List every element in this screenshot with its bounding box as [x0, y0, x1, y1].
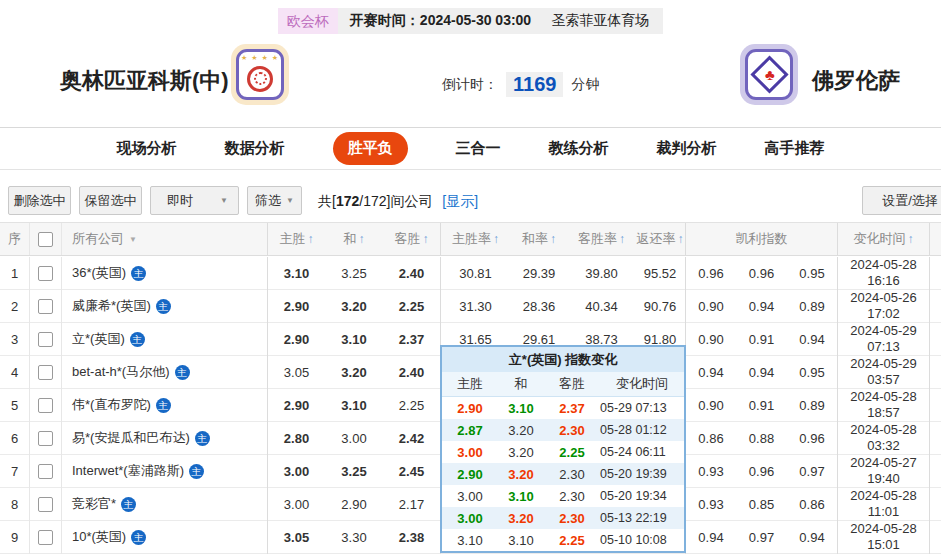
draw-odds: 2.90 — [325, 488, 383, 521]
popup-row: 3.00 3.20 2.25 05-24 06:11 — [442, 441, 684, 463]
nav-tab[interactable]: 数据分析 — [225, 139, 285, 158]
row-checkbox-cell — [30, 323, 62, 356]
company-cell[interactable]: 伟*(直布罗陀) 主 — [62, 389, 268, 422]
delete-selected-button[interactable]: 删除选中 — [8, 186, 71, 215]
company-cell[interactable]: bet-at-h*(马尔他) 主 — [62, 356, 268, 389]
extra-sliver-cell — [930, 422, 941, 455]
company-name: bet-at-h*(马尔他) — [72, 363, 170, 381]
sort-up-icon: ↑ — [423, 232, 429, 246]
popup-home-odds: 3.00 — [442, 485, 498, 507]
col-header-home-rate[interactable]: 主胜率↑ — [441, 223, 510, 255]
company-cell[interactable]: 竞彩官* 主 — [62, 488, 268, 521]
nav-tab[interactable]: 三合一 — [456, 139, 501, 158]
return-rate: 90.76 — [635, 290, 686, 323]
col-header-away-rate[interactable]: 客胜率↑ — [568, 223, 635, 255]
select-all-checkbox[interactable] — [38, 232, 53, 247]
table-row: 1 36*(英国) 主 3.10 3.25 2.40 30.81 29.39 3… — [0, 257, 941, 290]
company-name: 10*(英国) — [72, 528, 126, 546]
main-company-icon: 主 — [156, 299, 171, 314]
popup-away-odds: 2.30 — [544, 485, 600, 507]
change-time: 2024-05-29 03:57 — [838, 356, 930, 389]
row-checkbox[interactable] — [38, 398, 53, 413]
draw-odds: 3.25 — [325, 455, 383, 488]
popup-away-odds: 2.30 — [544, 507, 600, 529]
row-number: 9 — [0, 521, 30, 554]
home-team-name: 奥林匹亚科斯(中) — [60, 66, 229, 96]
main-company-icon: 主 — [130, 332, 145, 347]
row-checkbox[interactable] — [38, 332, 53, 347]
row-checkbox[interactable] — [38, 266, 53, 281]
main-company-icon: 主 — [189, 464, 204, 479]
row-checkbox[interactable] — [38, 497, 53, 512]
extra-sliver-cell — [930, 356, 941, 389]
popup-home-odds: 3.10 — [442, 529, 498, 551]
extra-sliver-cell — [930, 257, 941, 290]
draw-rate: 28.36 — [510, 290, 568, 323]
home-rate: 31.30 — [441, 290, 510, 323]
row-checkbox[interactable] — [38, 365, 53, 380]
col-header-change-time[interactable]: 变化时间↑ — [838, 223, 930, 255]
odds-mode-dropdown[interactable]: 即时 ▼ — [150, 186, 239, 215]
nav-tab[interactable]: 胜平负 — [333, 132, 408, 165]
fiorentina-crest-icon: ♣ — [750, 55, 788, 93]
return-rate: 95.52 — [635, 257, 686, 290]
league-badge: 欧会杯 — [278, 8, 338, 34]
company-cell[interactable]: 36*(英国) 主 — [62, 257, 268, 290]
change-time: 2024-05-28 18:57 — [838, 389, 930, 422]
main-company-icon: 主 — [131, 266, 146, 281]
row-checkbox[interactable] — [38, 530, 53, 545]
row-number: 2 — [0, 290, 30, 323]
away-odds: 2.37 — [383, 323, 441, 356]
home-odds: 3.05 — [268, 521, 325, 554]
company-cell[interactable]: 易*(安提瓜和巴布达) 主 — [62, 422, 268, 455]
company-cell[interactable]: Interwet*(塞浦路斯) 主 — [62, 455, 268, 488]
settings-select-button[interactable]: 设置/选择 — [862, 186, 941, 215]
nav-tab[interactable]: 现场分析 — [117, 139, 177, 158]
kelly-draw: 0.91 — [736, 323, 787, 356]
col-header-away[interactable]: 客胜↑ — [383, 223, 441, 255]
nav-tab[interactable]: 高手推荐 — [765, 139, 825, 158]
company-name: 威廉希*(英国) — [72, 297, 151, 315]
popup-row: 3.00 3.10 2.30 05-20 19:34 — [442, 485, 684, 507]
kelly-home: 0.96 — [686, 257, 736, 290]
kelly-away: 0.94 — [787, 521, 838, 554]
extra-sliver-cell — [930, 455, 941, 488]
countdown-label: 倒计时： — [442, 76, 498, 94]
col-header-draw[interactable]: 和↑ — [325, 223, 383, 255]
show-link[interactable]: [显示] — [442, 193, 478, 209]
popup-home-odds: 3.00 — [442, 441, 498, 463]
sort-up-icon: ↑ — [908, 232, 914, 246]
keep-selected-button[interactable]: 保留选中 — [79, 186, 142, 215]
row-checkbox[interactable] — [38, 431, 53, 446]
row-checkbox-cell — [30, 257, 62, 290]
col-header-no: 序 — [0, 223, 30, 255]
home-team-logo: ★ ★ ★ ★ — [231, 44, 289, 105]
col-header-draw-rate[interactable]: 和率↑ — [510, 223, 568, 255]
col-header-return-rate[interactable]: 返还率↑ — [635, 223, 686, 255]
nav-tab[interactable]: 教练分析 — [549, 139, 609, 158]
filter-dropdown[interactable]: 筛选 ▼ — [247, 186, 302, 215]
company-cell[interactable]: 立*(英国) 主 — [62, 323, 268, 356]
away-rate: 39.80 — [568, 257, 635, 290]
popup-header: 主胜 和 客胜 变化时间 — [442, 372, 684, 397]
row-checkbox-cell — [30, 290, 62, 323]
company-name: 立*(英国) — [72, 330, 125, 348]
row-checkbox[interactable] — [38, 464, 53, 479]
match-odds-page: 欧会杯 开赛时间：2024-05-30 03:00 圣索菲亚体育场 奥林匹亚科斯… — [0, 0, 941, 556]
popup-change-time: 05-28 01:12 — [600, 419, 684, 441]
col-header-company[interactable]: 所有公司 ▼ — [62, 223, 268, 255]
company-cell[interactable]: 威廉希*(英国) 主 — [62, 290, 268, 323]
row-checkbox[interactable] — [38, 299, 53, 314]
odds-change-popup: 立*(英国) 指数变化 主胜 和 客胜 变化时间 2.90 3.10 2.37 … — [440, 345, 686, 553]
popup-change-time: 05-20 19:34 — [600, 485, 684, 507]
popup-change-time: 05-10 10:08 — [600, 529, 684, 551]
popup-change-time: 05-20 19:39 — [600, 463, 684, 485]
col-header-home[interactable]: 主胜↑ — [268, 223, 325, 255]
popup-change-time: 05-29 07:13 — [600, 397, 684, 419]
nav-tab[interactable]: 裁判分析 — [657, 139, 717, 158]
company-cell[interactable]: 10*(英国) 主 — [62, 521, 268, 554]
popup-draw-odds: 3.10 — [498, 485, 544, 507]
draw-odds: 3.10 — [325, 389, 383, 422]
logo-stars-icon: ★ ★ ★ ★ — [239, 54, 281, 62]
sort-up-icon: ↑ — [308, 232, 314, 246]
